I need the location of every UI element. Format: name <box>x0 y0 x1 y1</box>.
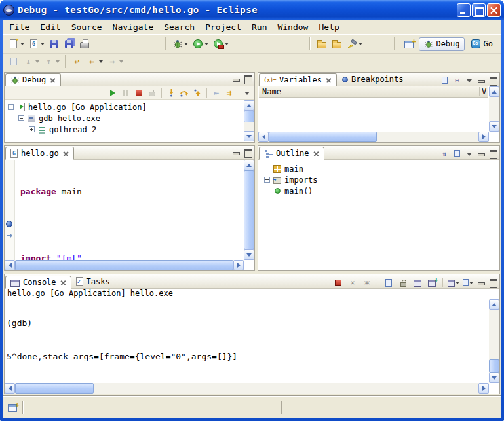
remove-launch-button[interactable]: ✕ <box>347 277 359 288</box>
minimize-view-icon[interactable] <box>476 278 486 287</box>
tab-tasks[interactable]: Tasks <box>71 275 114 288</box>
minimize-button[interactable] <box>457 3 471 17</box>
open-console-button[interactable] <box>426 277 438 288</box>
maximize-view-icon[interactable] <box>243 75 252 83</box>
close-icon[interactable] <box>313 150 320 157</box>
view-menu-icon[interactable] <box>465 149 474 158</box>
scroll-left-icon[interactable] <box>5 260 15 270</box>
display-selected-console-button[interactable] <box>448 277 459 288</box>
disconnect-button[interactable] <box>146 87 158 98</box>
scroll-up-icon[interactable] <box>489 299 499 310</box>
tab-debug[interactable]: Debug <box>5 73 61 86</box>
suspend-button[interactable] <box>120 87 132 98</box>
open-resource-button[interactable] <box>329 36 344 52</box>
remove-all-launches-button[interactable]: ✕✕ <box>361 277 373 288</box>
scroll-left-icon[interactable] <box>5 383 15 394</box>
editor-horizontal-scrollbar[interactable] <box>5 260 244 270</box>
variables-content[interactable] <box>259 98 488 131</box>
tab-console[interactable]: Console <box>5 276 71 289</box>
maximize-view-icon[interactable] <box>488 278 497 287</box>
scroll-down-icon[interactable] <box>244 249 254 260</box>
scroll-up-icon[interactable] <box>244 100 254 111</box>
new-wizard-button[interactable] <box>6 36 26 52</box>
debug-tree-row-process[interactable]: gdb-hello.exe <box>5 113 243 124</box>
expand-expander-icon[interactable] <box>264 177 270 183</box>
scrollbar-thumb[interactable] <box>489 359 499 373</box>
minimize-view-icon[interactable] <box>231 148 241 156</box>
step-into-button[interactable] <box>165 87 177 98</box>
outline-item-main-function[interactable]: main() <box>264 185 499 196</box>
tab-hello-go[interactable]: hello.go <box>5 147 74 160</box>
hide-fields-icon[interactable] <box>452 148 462 159</box>
maximize-view-icon[interactable] <box>243 148 252 156</box>
outline-tree[interactable]: main imports main() <box>259 160 499 270</box>
external-tools-button[interactable] <box>210 36 231 52</box>
expand-expander-icon[interactable] <box>29 126 35 132</box>
minimize-view-icon[interactable] <box>231 75 241 83</box>
terminate-button[interactable] <box>133 87 145 98</box>
menu-item-search[interactable]: Search <box>159 21 200 33</box>
scroll-lock-button[interactable] <box>397 277 409 288</box>
collapse-expander-icon[interactable] <box>8 104 14 110</box>
scrollbar-thumb[interactable] <box>244 111 254 122</box>
back-button[interactable]: ← <box>85 55 105 68</box>
menu-item-window[interactable]: Window <box>272 21 313 33</box>
debug-launch-button[interactable] <box>170 36 190 52</box>
fast-view-icon[interactable] <box>7 402 18 413</box>
collapse-expander-icon[interactable] <box>18 115 24 121</box>
close-button[interactable] <box>487 3 501 17</box>
editor-vertical-scrollbar[interactable] <box>244 160 254 260</box>
view-menu-icon[interactable] <box>465 76 474 84</box>
scroll-down-icon[interactable] <box>489 373 499 383</box>
perspective-debug-button[interactable]: Debug <box>419 37 464 51</box>
console-output[interactable]: (gdb) 5^done,stack-args=[frame={level="0… <box>5 299 489 383</box>
step-return-button[interactable] <box>191 87 203 98</box>
last-edit-location-button[interactable]: ↩ <box>69 55 85 68</box>
column-header-value[interactable]: V <box>479 87 488 96</box>
menu-item-source[interactable]: Source <box>66 21 107 33</box>
collapse-all-icon[interactable]: ⊟ <box>452 75 462 86</box>
forward-button[interactable]: → <box>105 55 125 68</box>
drop-to-frame-button[interactable]: ⇤ <box>210 87 222 98</box>
previous-annotation-button[interactable]: ↑ <box>41 55 62 68</box>
code-area[interactable]: package main import "fmt" func main() { … <box>16 160 244 260</box>
scrollbar-thumb[interactable] <box>269 132 377 142</box>
debug-tree[interactable]: hello.go [Go Application] gdb-hello.exe … <box>5 100 243 141</box>
scroll-down-icon[interactable] <box>489 121 499 132</box>
close-icon[interactable] <box>62 150 69 157</box>
scroll-right-icon[interactable] <box>233 260 244 270</box>
minimize-view-icon[interactable] <box>476 76 486 84</box>
debug-tree-row-thread[interactable]: gothread-2 <box>5 124 243 135</box>
debug-tree-vertical-scrollbar[interactable] <box>244 100 254 141</box>
step-over-button[interactable] <box>178 87 190 98</box>
breakpoint-icon[interactable] <box>6 221 12 227</box>
menu-item-run[interactable]: Run <box>246 21 272 33</box>
scroll-down-icon[interactable] <box>244 131 254 141</box>
scroll-up-icon[interactable] <box>489 86 499 97</box>
new-element-button[interactable] <box>26 36 47 52</box>
maximize-view-icon[interactable] <box>488 149 497 158</box>
menu-item-edit[interactable]: Edit <box>35 21 66 33</box>
tab-breakpoints[interactable]: Breakpoints <box>337 73 407 86</box>
save-button[interactable] <box>47 36 62 52</box>
scrollbar-thumb[interactable] <box>15 383 94 394</box>
outline-item-package[interactable]: main <box>264 163 499 174</box>
variables-horizontal-scrollbar[interactable] <box>258 132 489 142</box>
scroll-left-icon[interactable] <box>258 132 269 142</box>
scrollbar-thumb[interactable] <box>244 170 254 249</box>
sort-icon[interactable]: ⇅ <box>440 148 450 159</box>
console-page-switch-button[interactable] <box>462 277 474 288</box>
menu-item-help[interactable]: Help <box>313 21 344 33</box>
tab-variables[interactable]: Variables <box>259 73 337 86</box>
menu-item-navigate[interactable]: Navigate <box>107 21 159 33</box>
titlebar[interactable]: Debug - testGo/src/cmd/hello.go - Eclips… <box>0 0 504 20</box>
close-icon[interactable] <box>60 279 67 286</box>
search-button[interactable] <box>344 36 364 52</box>
scroll-right-icon[interactable] <box>478 132 489 142</box>
pin-console-button[interactable] <box>412 277 423 288</box>
scroll-right-icon[interactable] <box>478 383 489 394</box>
menu-item-file[interactable]: File <box>4 21 35 33</box>
resume-button[interactable] <box>107 87 119 98</box>
editor-marker-margin[interactable] <box>5 160 15 260</box>
next-annotation-button[interactable]: ↓ <box>21 55 41 68</box>
